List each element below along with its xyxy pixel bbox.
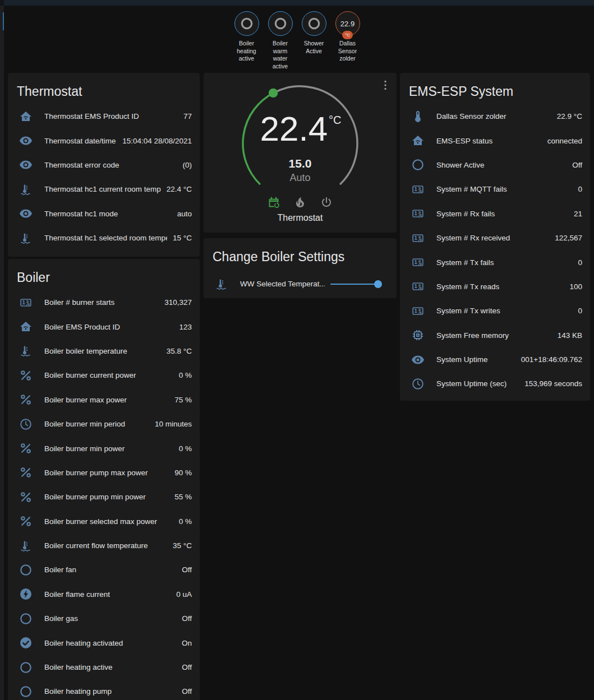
badge-label: Boiler heating active [232, 40, 261, 63]
entity-row[interactable]: Boiler burner current power0 % [8, 363, 200, 387]
clock-icon [19, 418, 33, 431]
entity-row[interactable]: Boiler burner pump max power90 % [8, 461, 200, 485]
entity-row[interactable]: Boiler burner selected max power0 % [8, 509, 200, 534]
entity-row[interactable]: 124System # Tx reads100 [400, 275, 590, 299]
entity-row[interactable]: Boiler EMS Product ID123 [8, 314, 200, 339]
percent-icon [19, 466, 33, 479]
entity-value: connected [547, 137, 582, 145]
entity-value: 153,969 seconds [524, 379, 582, 388]
entity-row[interactable]: System Free memory143 KB [400, 323, 590, 347]
entity-row[interactable]: Thermostat error code(0) [8, 153, 200, 177]
entity-row[interactable]: 124Boiler # burner starts310,327 [8, 290, 200, 314]
entity-row[interactable]: Boiler heating activeOff [8, 655, 200, 679]
thermometer-water-icon [19, 539, 33, 553]
badge[interactable]: 22.9°CDallas Sensor zolder [333, 11, 362, 70]
entity-row[interactable]: 124System # MQTT fails0 [400, 177, 590, 201]
entity-row[interactable]: Thermostat hc1 current room temper...22.… [8, 177, 200, 201]
thermostat-dial-card: 22.4°C 15.0 Auto Thermostat [204, 73, 397, 233]
entity-label: Thermostat error code [44, 161, 177, 169]
thermometer-icon [411, 110, 425, 123]
entity-row[interactable]: System Uptime (sec)153,969 seconds [400, 372, 590, 396]
entity-row[interactable]: Boiler burner min period10 minutes [8, 412, 200, 436]
entity-row[interactable]: 124System # Rx fails21 [400, 202, 590, 226]
entity-row[interactable]: Thermostat hc1 selected room temper...15… [8, 226, 200, 250]
entity-value: 123 [179, 323, 192, 331]
entity-value: Off [182, 614, 192, 623]
entity-row[interactable]: Thermostat hc1 modeauto [8, 202, 200, 226]
entity-row[interactable]: 124System # Tx writes0 [400, 299, 590, 323]
auto-mode-button[interactable] [267, 196, 280, 209]
badge-label: Dallas Sensor zolder [333, 40, 362, 63]
entity-row[interactable]: Boiler fanOff [8, 558, 200, 582]
entity-row[interactable]: Boiler burner pump min power55 % [8, 485, 200, 509]
entity-row[interactable]: Boiler flame current0 uA [8, 582, 200, 606]
ems-esp-system-card: EMS-ESP System Dallas Sensor zolder22.9 … [400, 73, 590, 401]
home-icon [411, 134, 425, 147]
badge[interactable]: Shower Active [299, 11, 329, 70]
entity-row[interactable]: Thermostat EMS Product ID77 [8, 104, 200, 128]
circle-icon [19, 685, 33, 698]
entity-row[interactable]: Boiler heating pumpOff [8, 679, 200, 700]
entity-label: Thermostat date/time [44, 137, 117, 145]
card-title: EMS-ESP System [400, 73, 590, 104]
percent-icon [19, 514, 33, 528]
clock-icon [411, 377, 425, 391]
entity-label: Thermostat hc1 selected room temper... [44, 234, 167, 242]
entity-value: 100 [569, 282, 582, 291]
entity-label: Boiler EMS Product ID [44, 323, 173, 331]
badge[interactable]: Boiler warm water active [265, 11, 295, 70]
entity-label: Boiler heating activated [44, 639, 176, 647]
entity-row[interactable]: Boiler burner max power75 % [8, 388, 200, 412]
entity-value: 0 [578, 307, 582, 315]
thermometer-water-icon [19, 344, 33, 358]
svg-text:1: 1 [414, 235, 417, 241]
percent-icon [19, 369, 33, 382]
badge-label: Boiler warm water active [265, 40, 295, 70]
entity-value: 122,567 [555, 234, 582, 242]
badge-circle[interactable] [234, 11, 259, 36]
entity-label: Boiler burner max power [44, 396, 169, 404]
thermometer-water-icon [215, 277, 228, 291]
entity-label: System Uptime (sec) [436, 379, 519, 388]
flash-circle-icon [19, 587, 33, 601]
entity-row[interactable]: Thermostat date/time15:04:04 28/08/2021 [8, 128, 200, 152]
entity-label: Thermostat hc1 current room temper... [44, 185, 161, 193]
entity-row[interactable]: Boiler boiler temperature35.8 °C [8, 339, 200, 363]
entity-label: Boiler burner pump max power [44, 469, 169, 477]
entity-row[interactable]: Dallas Sensor zolder22.9 °C [400, 104, 590, 128]
entity-value: 22.4 °C [167, 185, 192, 193]
badge-circle[interactable] [302, 11, 326, 36]
circle-icon [19, 563, 33, 577]
entity-value: 77 [183, 112, 192, 120]
ww-temperature-slider[interactable] [330, 280, 382, 288]
percent-icon [19, 442, 33, 455]
entity-value: (0) [183, 161, 192, 169]
entity-row[interactable]: 124System # Rx received122,567 [400, 226, 590, 250]
entity-row[interactable]: Boiler heating activatedOn [8, 631, 200, 655]
card-menu-button[interactable] [379, 78, 392, 92]
counter-icon: 124 [411, 207, 425, 220]
entity-label: Boiler flame current [44, 590, 171, 599]
hvac-mode-buttons [204, 196, 397, 209]
badge[interactable]: Boiler heating active [232, 11, 261, 70]
off-mode-button[interactable] [320, 196, 333, 209]
entity-row[interactable]: Boiler burner min power0 % [8, 436, 200, 460]
badge-circle[interactable] [268, 11, 293, 36]
entity-label: Boiler heating pump [44, 687, 176, 696]
slider-knob[interactable] [374, 280, 382, 288]
entity-row[interactable]: Boiler gasOff [8, 606, 200, 631]
entity-row[interactable]: System Uptime001+18:46:09.762 [400, 347, 590, 372]
dial-handle[interactable] [269, 89, 278, 98]
entity-row[interactable]: WW Selected Temperat... [204, 272, 397, 296]
percent-icon [19, 393, 33, 406]
heat-mode-button[interactable] [293, 196, 307, 209]
entity-row[interactable]: 124System # Tx fails0 [400, 250, 590, 274]
entity-label: EMS-ESP status [436, 137, 542, 145]
entity-row[interactable]: Boiler current flow temperature35 °C [8, 534, 200, 558]
entity-row[interactable]: Shower ActiveOff [400, 153, 590, 177]
entity-row[interactable]: EMS-ESP statusconnected [400, 128, 590, 152]
thermometer-water-icon [19, 183, 33, 196]
slider-track[interactable] [330, 284, 378, 285]
current-temperature-value: 22.4 [260, 109, 328, 148]
badge-circle[interactable]: 22.9°C [335, 11, 360, 36]
